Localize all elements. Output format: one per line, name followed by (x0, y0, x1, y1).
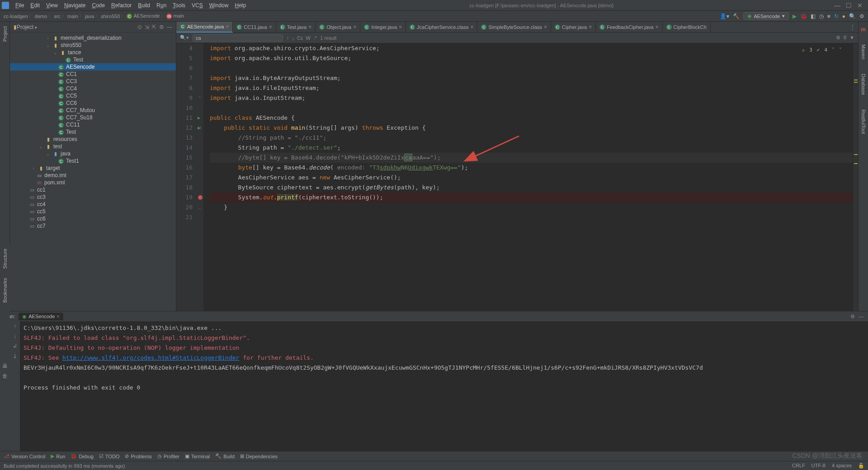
debug-button[interactable]: 🐞Debug (71, 453, 93, 459)
tree-item[interactable]: ▭cc3 (10, 193, 176, 201)
hide-icon[interactable]: — (167, 24, 172, 30)
tree-item[interactable]: ⌄▮tance (10, 49, 176, 56)
menu-file[interactable]: File (13, 1, 27, 9)
crumb-pkg[interactable]: shiro550 (101, 14, 120, 19)
collapse-all-icon[interactable]: ⇱ (152, 24, 156, 30)
menu-window[interactable]: Window (207, 1, 231, 9)
tab-cipherblock[interactable]: CipherBlockCh (663, 22, 711, 33)
tree-item[interactable]: mpom.xml (10, 179, 176, 186)
words-icon[interactable]: W (306, 35, 310, 41)
todo-button[interactable]: ☑TODO (99, 453, 120, 459)
run-config-selector[interactable]: ◉ AESencode ▾ (743, 12, 788, 20)
structure-tool-button[interactable]: Structure (2, 249, 8, 269)
prev-match-icon[interactable]: ↑ (287, 35, 289, 41)
crumb-project[interactable]: cc-loadgen (4, 14, 28, 19)
menu-navigate[interactable]: Navigate (61, 1, 88, 9)
tree-item[interactable]: ▭cc6 (10, 215, 176, 222)
close-icon[interactable]: × (57, 314, 59, 319)
tree-item[interactable]: CC3 (10, 78, 176, 85)
menu-code[interactable]: Code (89, 1, 108, 9)
crumb-module[interactable]: demo (35, 14, 47, 19)
profiler-button[interactable]: ◷Profiler (157, 453, 179, 459)
run-tab[interactable]: ◉ AESencode × (19, 313, 63, 320)
tab-object[interactable]: Object.java× (316, 22, 360, 33)
tab-close-icon[interactable]: × (655, 24, 658, 30)
tab-jcacipher[interactable]: JcaCipherService.class× (406, 22, 477, 33)
gear-icon[interactable]: ⚙ (159, 24, 164, 30)
tab-simplebyte[interactable]: SimpleByteSource.class× (477, 22, 551, 33)
problems-button[interactable]: ⊘Problems (125, 453, 151, 459)
tree-item[interactable]: Test (10, 128, 176, 136)
tree-item[interactable]: ▭cc4 (10, 201, 176, 208)
profiler-icon[interactable]: ◷ (819, 13, 824, 19)
tree-item[interactable]: ⌄▮java (10, 150, 176, 157)
tree-item[interactable]: ▭cc1 (10, 186, 176, 193)
tree-item[interactable]: Test1 (10, 157, 176, 164)
user-icon[interactable]: 👤▾ (720, 13, 729, 19)
stop-icon[interactable]: ■ (827, 13, 830, 19)
trash-icon[interactable]: 🗑 (2, 373, 8, 379)
tab-integer[interactable]: Integer.java× (360, 22, 406, 33)
print-icon[interactable]: 🖶 (2, 363, 8, 369)
find-filter-icon[interactable]: ▼ (849, 35, 854, 41)
avatar-icon[interactable]: ● (842, 13, 845, 19)
tab-close-icon[interactable]: × (269, 24, 272, 30)
run-gutter-icon[interactable]: ▶ (198, 113, 200, 123)
tree-item[interactable]: ›▮target (10, 164, 176, 172)
tree-item[interactable]: CC7_Su18 (10, 114, 176, 121)
terminal-button[interactable]: ▣Terminal (185, 453, 210, 459)
up-icon[interactable]: ↑ (14, 323, 16, 329)
tab-test[interactable]: Test.java× (276, 22, 316, 33)
wrap-icon[interactable]: ↲ (13, 343, 17, 349)
tab-cc11[interactable]: CC11.java× (233, 22, 276, 33)
tab-close-icon[interactable]: × (589, 24, 592, 30)
tree-item[interactable]: ▭cc5 (10, 208, 176, 215)
tab-overflow-icon[interactable]: ⋮ (847, 24, 858, 30)
crumb-class[interactable]: AESencode (127, 13, 160, 19)
menu-tools[interactable]: Tools (170, 1, 188, 9)
run-icon[interactable]: ▶ (793, 13, 797, 19)
crumb-src[interactable]: src (54, 14, 61, 19)
tab-close-icon[interactable]: × (399, 24, 402, 30)
fold-icon[interactable]: ⌃ (198, 93, 201, 103)
regex-icon[interactable]: .* (313, 35, 316, 41)
minimize-icon[interactable]: — (834, 2, 840, 9)
chevron-down-icon[interactable]: ˅ (839, 45, 842, 55)
build-button[interactable]: 🔨Build (215, 453, 234, 459)
run-button[interactable]: ▶Run (51, 453, 65, 459)
menu-view[interactable]: View (43, 1, 61, 9)
menu-vcs[interactable]: VCS (189, 1, 206, 9)
tab-close-icon[interactable]: × (353, 24, 356, 30)
hide-icon[interactable]: — (859, 314, 863, 320)
code-content[interactable]: ⚠3 ✔4 ˄ ˅ import org.apache.shiro.crypto… (203, 43, 853, 311)
tab-close-icon[interactable]: × (226, 24, 229, 30)
down-icon[interactable]: ↓ (14, 333, 16, 339)
tree-item[interactable]: CC4 (10, 85, 176, 92)
console-output[interactable]: C:\Users\91136\.jdks\corretto-1.8.0_332\… (20, 321, 868, 451)
breakpoint-icon[interactable] (198, 193, 203, 200)
indent-indicator[interactable]: 4 spaces (832, 463, 852, 469)
restful-tool-button[interactable]: RestfulTool (861, 107, 866, 136)
maven-icon[interactable]: m (861, 26, 866, 33)
crumb-method[interactable]: main (166, 13, 184, 19)
version-control-button[interactable]: ⎇Version Control (4, 453, 45, 459)
inspection-widget[interactable]: ⚠3 ✔4 ˄ ˅ (802, 45, 842, 55)
tab-close-icon[interactable]: × (308, 24, 311, 30)
error-stripe[interactable] (853, 43, 858, 311)
dependencies-button[interactable]: ⊞Dependencies (240, 453, 278, 459)
settings-icon[interactable]: ⚙ (859, 13, 864, 19)
update-icon[interactable]: ↻ (834, 13, 839, 19)
pin-icon[interactable]: ⚲ (843, 35, 847, 41)
database-tool-button[interactable]: Database (861, 71, 866, 98)
fold-icon[interactable]: ⊟ (198, 123, 201, 133)
bookmarks-tool-button[interactable]: Bookmarks (2, 278, 8, 303)
build-icon[interactable]: 🔨 (733, 13, 740, 19)
maven-tool-button[interactable]: Maven (861, 42, 866, 62)
tree-item[interactable]: CC1 (10, 70, 176, 78)
maximize-icon[interactable]: ☐ (846, 2, 852, 9)
tab-cipher[interactable]: Cipher.java× (551, 22, 596, 33)
code-editor[interactable]: 456789101112131415161718192021 ▶ ▶ ⌃ ⊟ ⌄… (176, 43, 858, 311)
scroll-icon[interactable]: ⤓ (13, 353, 17, 359)
menu-build[interactable]: Build (135, 1, 153, 9)
match-case-icon[interactable]: Cc (297, 35, 303, 41)
